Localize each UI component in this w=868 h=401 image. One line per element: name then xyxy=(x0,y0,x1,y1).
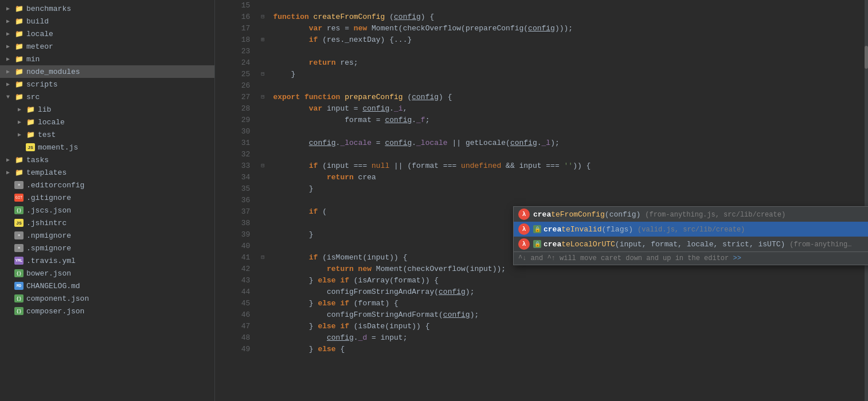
line-code[interactable]: } else if (isArray(format)) { xyxy=(268,275,868,286)
sidebar-item-component[interactable]: {}component.json xyxy=(0,292,214,305)
autocomplete-item-2[interactable]: λ 🔒 createLocalOrUTC(input, format, loca… xyxy=(514,237,868,251)
footer-hint: ^↓ and ^↑ will move caret down and up in… xyxy=(518,254,741,262)
line-code[interactable]: export function prepareConfig (config) { xyxy=(268,92,868,103)
code-token: (checkOverflow(input)); xyxy=(403,265,506,273)
sidebar-item-label: test xyxy=(38,131,56,139)
sidebar-item-benchmarks[interactable]: 📁benchmarks xyxy=(0,2,214,15)
file-icon-js: JS xyxy=(14,218,24,227)
sidebar-item-build[interactable]: 📁build xyxy=(0,15,214,27)
line-code[interactable]: } else if (format) { xyxy=(268,298,868,309)
line-gutter xyxy=(257,286,268,298)
line-code[interactable]: return crea xyxy=(268,172,868,183)
sidebar-item-label: .editorconfig xyxy=(26,181,84,190)
line-code[interactable]: if (input === null || (format === undefi… xyxy=(268,160,868,172)
sidebar-item-min[interactable]: 📁min xyxy=(0,53,214,65)
sidebar-item-label: src xyxy=(26,93,40,101)
fold-arrow[interactable] xyxy=(261,163,264,169)
sidebar-item-editorconfig[interactable]: ≡.editorconfig xyxy=(0,179,214,191)
code-token: Moment xyxy=(372,24,398,33)
sidebar-item-label: templates xyxy=(26,168,67,177)
line-code[interactable] xyxy=(268,149,868,160)
sidebar-item-node_modules[interactable]: 📁node_modules xyxy=(0,65,214,78)
line-code[interactable]: } else { xyxy=(268,344,868,355)
line-code[interactable]: } else if (isDate(input)) { xyxy=(268,321,868,332)
fold-arrow[interactable] xyxy=(261,71,264,77)
autocomplete-item-1[interactable]: λ 🔒 createInvalid(flags)(valid.js, src/l… xyxy=(514,222,868,237)
code-token: res; xyxy=(340,58,358,67)
line-code[interactable]: configFromStringAndArray(config); xyxy=(268,286,868,298)
code-token: config xyxy=(439,288,466,296)
sidebar-item-meteor[interactable]: 📁meteor xyxy=(0,40,214,53)
line-code[interactable]: return res; xyxy=(268,57,868,69)
line-code[interactable]: var input = config._i, xyxy=(268,103,868,115)
line-code[interactable] xyxy=(268,0,868,11)
sidebar-item-npmignore[interactable]: ≡.npmignore xyxy=(0,229,214,242)
code-token: ) { xyxy=(421,13,434,21)
sidebar-item-scripts[interactable]: 📁scripts xyxy=(0,78,214,91)
file-icon-config: ≡ xyxy=(14,243,24,253)
line-gutter xyxy=(257,344,268,355)
line-code[interactable]: function createFromConfig (config) { xyxy=(268,11,868,23)
sidebar-item-bower[interactable]: {}bower.json xyxy=(0,267,214,280)
scrollbar[interactable] xyxy=(865,0,868,401)
fold-arrow[interactable] xyxy=(261,94,264,100)
sidebar-item-jshintrc[interactable]: JS.jshintrc xyxy=(0,217,214,229)
line-code[interactable] xyxy=(268,80,868,92)
code-token: else xyxy=(318,345,340,353)
scrollbar-thumb[interactable] xyxy=(865,46,868,69)
code-token: res = xyxy=(327,24,354,33)
code-token: } xyxy=(273,322,318,331)
line-number: 42 xyxy=(215,264,257,275)
line-code[interactable] xyxy=(268,195,868,206)
line-code[interactable] xyxy=(268,46,868,57)
code-token: new xyxy=(354,24,372,33)
tree-arrow-closed xyxy=(2,169,14,176)
sidebar-item-changelog[interactable]: MDCHANGELOG.md xyxy=(0,280,214,292)
sidebar-item-label: component.json xyxy=(26,294,89,303)
line-code[interactable]: } xyxy=(268,183,868,195)
sidebar-item-spmignore[interactable]: ≡.spmignore xyxy=(0,242,214,254)
sidebar-item-jscs[interactable]: {}.jscs.json xyxy=(0,204,214,217)
autocomplete-item-0[interactable]: λ createFromConfig(config)(from-anything… xyxy=(514,207,868,222)
fold-arrow[interactable] xyxy=(261,254,264,261)
sidebar-item-src-locale[interactable]: 📁locale xyxy=(0,116,214,128)
line-gutter xyxy=(257,229,268,241)
sidebar-item-src-test[interactable]: 📁test xyxy=(0,128,214,141)
tree-arrow-closed xyxy=(2,56,14,62)
fold-arrow[interactable] xyxy=(261,14,264,20)
code-token: ; xyxy=(425,116,430,124)
line-code[interactable]: config._locale = config._locale || getLo… xyxy=(268,137,868,149)
sidebar-item-label: .spmignore xyxy=(26,244,71,253)
sidebar-item-gitignore[interactable]: GIT.gitignore xyxy=(0,191,214,204)
code-line: 36 xyxy=(215,195,868,206)
sidebar-item-src-lib[interactable]: 📁lib xyxy=(0,103,214,116)
sidebar-item-locale[interactable]: 📁locale xyxy=(0,27,214,40)
sidebar-item-tasks[interactable]: 📁tasks xyxy=(0,154,214,166)
sidebar-item-moment-js[interactable]: JSmoment.js xyxy=(0,141,214,154)
fold-closed-arrow[interactable] xyxy=(261,37,264,43)
line-gutter xyxy=(257,264,268,275)
sidebar-item-travis[interactable]: YML.travis.yml xyxy=(0,254,214,267)
code-token: if xyxy=(340,322,353,331)
code-table: 15 16 function createFromConfig (config)… xyxy=(215,0,868,355)
file-icon-config: ≡ xyxy=(14,231,24,240)
line-code[interactable]: configFromStringAndFormat(config); xyxy=(268,309,868,321)
line-gutter xyxy=(257,252,268,264)
line-code[interactable]: } xyxy=(268,69,868,80)
line-code[interactable]: if (res._nextDay) {...} xyxy=(268,34,868,46)
line-gutter xyxy=(257,241,268,252)
code-token: undefined xyxy=(461,162,501,170)
code-token xyxy=(273,24,308,33)
line-code[interactable] xyxy=(268,126,868,137)
config-file-icon: ≡ xyxy=(14,181,24,189)
line-code[interactable]: var res = new Moment(checkOverflow(prepa… xyxy=(268,23,868,34)
code-token: (input === xyxy=(322,162,372,170)
sidebar-item-composer[interactable]: {}composer.json xyxy=(0,305,214,317)
line-code[interactable]: format = config._f; xyxy=(268,115,868,126)
sidebar-item-src[interactable]: 📁src xyxy=(0,91,214,103)
footer-link[interactable]: >> xyxy=(733,254,741,262)
line-code[interactable]: config._d = input; xyxy=(268,332,868,344)
code-token: (isMoment(input)) { xyxy=(322,253,407,262)
sidebar-item-templates[interactable]: 📁templates xyxy=(0,166,214,179)
line-code[interactable]: return new Moment(checkOverflow(input)); xyxy=(268,264,868,275)
